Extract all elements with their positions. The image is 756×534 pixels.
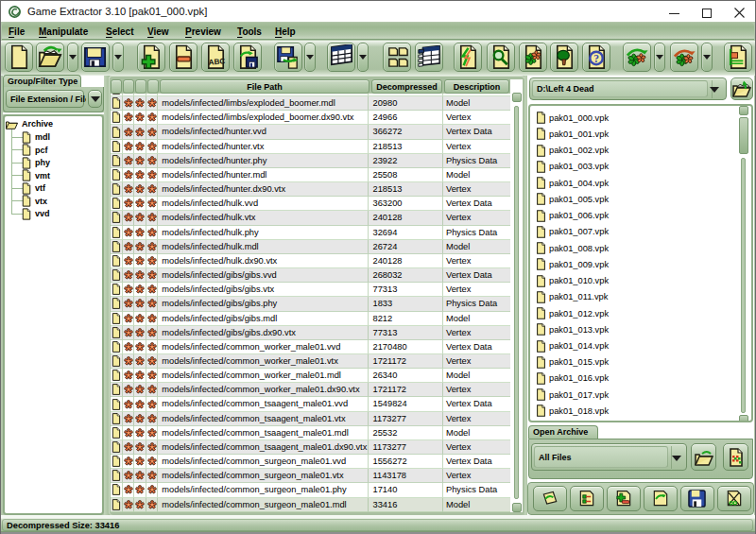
svg-text:ABC: ABC	[208, 57, 225, 66]
svg-text:?: ?	[593, 53, 599, 65]
